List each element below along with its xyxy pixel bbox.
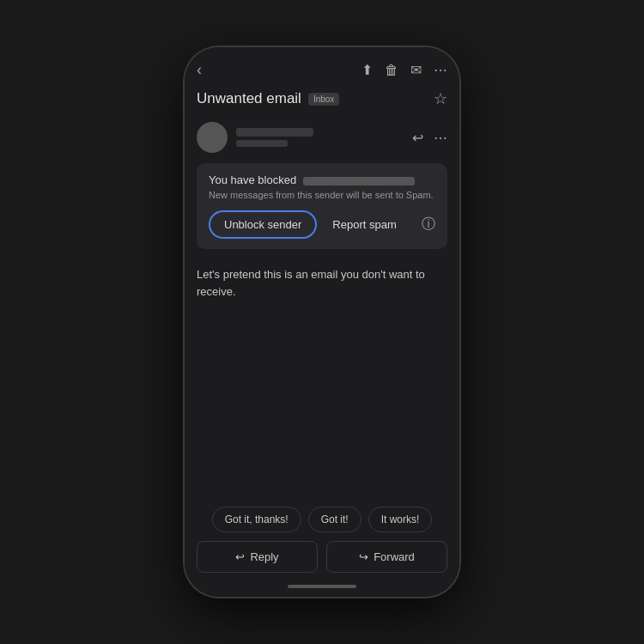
quick-reply-2[interactable]: Got it! [308,507,361,532]
sender-left [197,122,313,153]
reply-arrow-icon: ↩ [235,550,245,563]
subject-left: Unwanted email Inbox [197,90,339,107]
email-body-text: Let's pretend this is an email you don't… [197,266,447,300]
home-indicator [185,580,459,597]
sender-email [236,140,288,147]
top-bar-left: ‹ [197,61,202,79]
archive-icon[interactable]: ⬆ [361,62,373,78]
unblock-sender-button[interactable]: Unblock sender [209,210,317,239]
mail-icon[interactable]: ✉ [410,62,422,78]
top-bar: ‹ ⬆ 🗑 ✉ ⋯ [185,47,459,86]
reply-button[interactable]: ↩ Reply [197,541,318,573]
sender-name [236,128,313,137]
quick-reply-3[interactable]: It works! [368,507,433,532]
info-icon[interactable]: ⓘ [422,216,435,234]
sender-actions: ↩ ⋯ [412,130,447,146]
reply-quick-icon[interactable]: ↩ [412,130,423,146]
email-subject: Unwanted email [197,90,301,107]
sender-row: ↩ ⋯ [185,117,459,158]
blocked-actions: Unblock sender Report spam ⓘ [209,210,435,239]
back-button[interactable]: ‹ [197,61,202,79]
forward-button[interactable]: ↪ Forward [326,541,447,573]
blocked-card: You have blocked New messages from this … [197,163,447,249]
quick-reply-1[interactable]: Got it, thanks! [212,507,301,532]
sender-more-icon[interactable]: ⋯ [434,130,447,146]
home-bar [288,585,356,588]
email-body: Let's pretend this is an email you don't… [185,254,459,500]
forward-arrow-icon: ↪ [359,550,368,563]
reply-label: Reply [250,550,278,563]
more-options-icon[interactable]: ⋯ [434,62,447,78]
sender-info [236,128,313,147]
forward-label: Forward [374,550,415,563]
star-button[interactable]: ☆ [434,89,447,108]
bottom-action-bar: ↩ Reply ↪ Forward [185,536,459,580]
delete-icon[interactable]: 🗑 [385,63,398,78]
report-spam-button[interactable]: Report spam [325,215,403,234]
top-bar-right: ⬆ 🗑 ✉ ⋯ [361,62,447,78]
quick-reply-row: Got it, thanks! Got it! It works! [185,500,459,536]
blocked-subtitle: New messages from this sender will be se… [209,190,435,200]
blocked-email-blur [303,177,415,185]
sender-avatar [197,122,228,153]
phone-inner: ‹ ⬆ 🗑 ✉ ⋯ Unwanted email Inbox ☆ [185,47,459,597]
inbox-badge: Inbox [308,93,339,106]
blocked-title: You have blocked [209,173,435,186]
subject-row: Unwanted email Inbox ☆ [185,86,459,117]
phone-frame: ‹ ⬆ 🗑 ✉ ⋯ Unwanted email Inbox ☆ [185,47,459,597]
